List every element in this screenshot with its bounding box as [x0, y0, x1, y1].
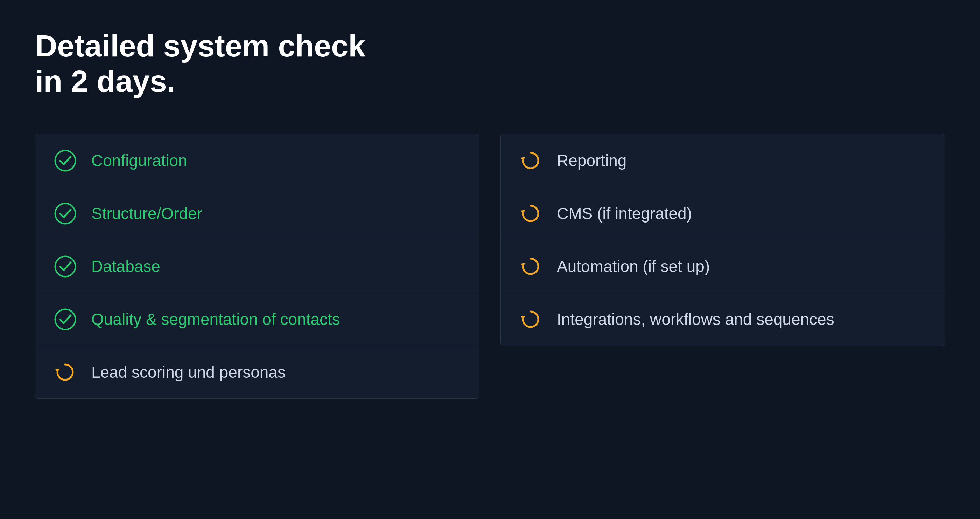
check-icon: [53, 254, 77, 279]
svg-point-1: [55, 203, 75, 224]
item-label-quality: Quality & segmentation of contacts: [91, 310, 340, 329]
list-item: CMS (if integrated): [501, 187, 945, 240]
item-label-structure: Structure/Order: [91, 204, 202, 223]
page-container: Detailed system check in 2 days. Configu…: [35, 28, 945, 398]
check-icon: [53, 148, 77, 173]
item-label-reporting: Reporting: [557, 151, 627, 170]
loading-icon: [519, 307, 543, 332]
left-column: Configuration Structure/Order: [35, 134, 479, 398]
svg-marker-7: [521, 263, 526, 266]
loading-icon: [53, 360, 77, 385]
check-icon: [53, 201, 77, 226]
right-column: Reporting CMS (if integrated): [501, 134, 945, 398]
item-label-automation: Automation (if set up): [557, 257, 710, 276]
item-label-integrations: Integrations, workflows and sequences: [557, 310, 834, 329]
list-item: Lead scoring und personas: [35, 345, 479, 399]
svg-marker-6: [521, 210, 526, 213]
svg-marker-8: [521, 316, 526, 319]
svg-point-2: [55, 256, 75, 276]
list-item: Structure/Order: [35, 187, 479, 240]
list-item: Automation (if set up): [501, 240, 945, 293]
svg-marker-5: [521, 157, 526, 161]
list-item: Quality & segmentation of contacts: [35, 292, 479, 346]
item-label-database: Database: [91, 257, 160, 276]
list-item: Database: [35, 240, 479, 293]
list-item: Configuration: [35, 134, 479, 187]
loading-icon: [519, 201, 543, 226]
item-label-cms: CMS (if integrated): [557, 204, 692, 223]
loading-icon: [519, 254, 543, 279]
list-item: Reporting: [501, 134, 945, 187]
loading-icon: [519, 148, 543, 173]
list-item: Integrations, workflows and sequences: [501, 292, 945, 346]
svg-point-3: [55, 309, 75, 329]
page-title: Detailed system check in 2 days.: [35, 28, 945, 99]
svg-point-0: [55, 150, 75, 171]
item-label-configuration: Configuration: [91, 151, 187, 170]
check-icon: [53, 307, 77, 332]
item-label-lead-scoring: Lead scoring und personas: [91, 363, 286, 382]
svg-marker-4: [55, 369, 60, 372]
checklist-grid: Configuration Structure/Order: [35, 134, 945, 398]
